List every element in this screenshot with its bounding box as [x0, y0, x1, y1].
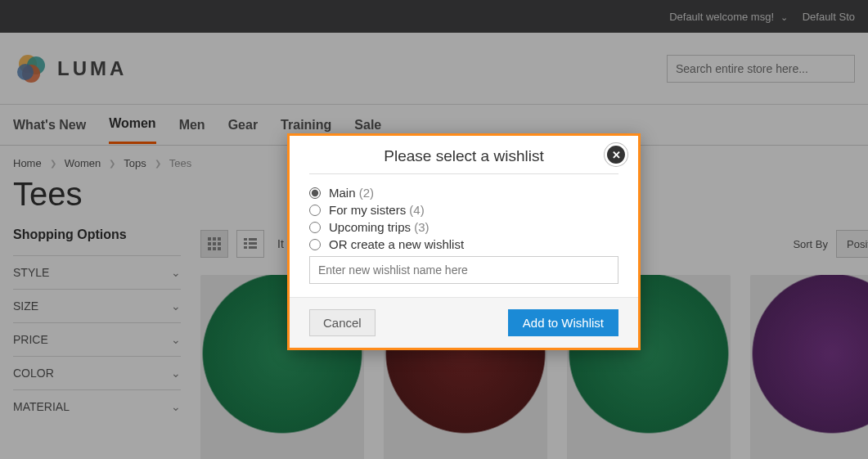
option-count: (2) [359, 186, 374, 200]
wishlist-options: Main (2) For my sisters (4) Upcoming tri… [309, 174, 618, 297]
option-label: For my sisters [329, 203, 406, 217]
close-button[interactable]: ✕ [607, 146, 625, 164]
option-label: Upcoming trips [329, 220, 411, 234]
option-label: OR create a new wishlist [329, 237, 464, 251]
radio-main[interactable] [309, 187, 321, 199]
radio-sisters[interactable] [309, 205, 321, 216]
option-count: (3) [414, 220, 429, 234]
modal-title: Please select a wishlist [309, 147, 618, 174]
wishlist-option-trips[interactable]: Upcoming trips (3) [309, 218, 618, 236]
new-wishlist-input[interactable] [309, 256, 618, 284]
option-label: Main [329, 186, 356, 200]
wishlist-option-new[interactable]: OR create a new wishlist [309, 236, 618, 253]
wishlist-modal: ✕ Please select a wishlist Main (2) For … [287, 133, 641, 350]
add-to-wishlist-button[interactable]: Add to Wishlist [508, 309, 618, 336]
close-icon: ✕ [612, 149, 621, 161]
modal-footer: Cancel Add to Wishlist [290, 297, 638, 348]
option-count: (4) [409, 203, 424, 217]
cancel-button[interactable]: Cancel [309, 309, 376, 336]
wishlist-option-main[interactable]: Main (2) [309, 184, 618, 201]
wishlist-option-sisters[interactable]: For my sisters (4) [309, 201, 618, 218]
radio-trips[interactable] [309, 222, 321, 233]
radio-new[interactable] [309, 239, 321, 250]
